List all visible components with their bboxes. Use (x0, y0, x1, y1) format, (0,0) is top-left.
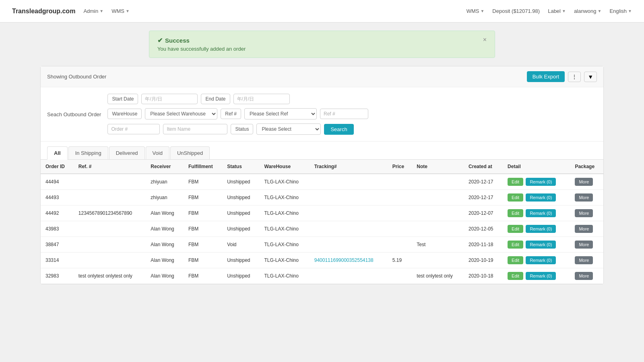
cell-detail: Edit Remark (0) (503, 174, 570, 190)
cell-warehouse: TLG-LAX-Chino (260, 237, 310, 253)
tab-in-shipping[interactable]: In Shipping (68, 146, 108, 159)
nav-label[interactable]: Label ▼ (548, 8, 566, 14)
cell-warehouse: TLG-LAX-Chino (260, 268, 310, 284)
nav-wms[interactable]: WMS ▼ (111, 8, 130, 14)
more-button[interactable]: More (575, 225, 593, 233)
col-detail: Detail (503, 160, 570, 174)
cell-detail: Edit Remark (0) (503, 190, 570, 206)
edit-button[interactable]: Edit (508, 256, 523, 264)
cell-fulfillment: FBM (184, 237, 222, 253)
bulk-export-button[interactable]: Bulk Export (527, 71, 565, 82)
col-tracking: Tracking# (310, 160, 388, 174)
remark-button[interactable]: Remark (0) (526, 256, 556, 264)
remark-button[interactable]: Remark (0) (526, 209, 556, 217)
tracking-link[interactable]: 9400111699000352554138 (314, 257, 374, 263)
cell-ref (74, 174, 146, 190)
navbar: Transleadgroup.com Admin ▼ WMS ▼ WMS ▼ D… (0, 0, 644, 23)
edit-button[interactable]: Edit (508, 193, 523, 202)
cell-created-at: 2020-10-19 (464, 253, 503, 268)
end-date-label: End Date (201, 94, 230, 104)
tab-all[interactable]: All (47, 146, 68, 160)
remark-button[interactable]: Remark (0) (526, 178, 556, 186)
item-name-input[interactable] (163, 124, 227, 134)
col-order-id: Order ID (41, 160, 74, 174)
col-ref: Ref. # (74, 160, 146, 174)
order-input[interactable] (107, 124, 160, 134)
edit-button[interactable]: Edit (508, 272, 523, 280)
remark-button[interactable]: Remark (0) (526, 225, 556, 233)
cell-warehouse: TLG-LAX-Chino (260, 221, 310, 237)
cell-price (388, 190, 412, 206)
more-button[interactable]: More (575, 193, 593, 202)
cell-detail: Edit Remark (0) (503, 253, 570, 268)
nav-user[interactable]: alanwong ▼ (574, 8, 602, 14)
cell-tracking (310, 174, 388, 190)
ref-select[interactable]: Please Select Ref (244, 108, 317, 119)
cell-created-at: 2020-11-18 (464, 237, 503, 253)
col-warehouse: WareHouse (260, 160, 310, 174)
col-note: Note (412, 160, 464, 174)
alert-content: ✔ Success You have successfully added an… (157, 37, 246, 52)
cell-detail: Edit Remark (0) (503, 221, 570, 237)
tab-delivered[interactable]: Delivered (109, 146, 145, 159)
tab-unshipped[interactable]: UnShipped (170, 146, 210, 159)
brand: Transleadgroup.com (12, 8, 75, 15)
cell-order-id: 32983 (41, 268, 74, 284)
tabs-bar: All In Shipping Delivered Void UnShipped (41, 142, 603, 160)
alert-title: ✔ Success (157, 37, 246, 44)
more-button[interactable]: More (575, 178, 593, 186)
cell-ref (74, 190, 146, 206)
search-section: Seach Outbound Order Start Date End Date… (41, 87, 603, 142)
alert-close-button[interactable]: × (483, 37, 487, 43)
nav-deposit[interactable]: Deposit ($12071.98) (492, 8, 540, 14)
edit-button[interactable]: Edit (508, 225, 523, 233)
edit-button[interactable]: Edit (508, 178, 523, 186)
cell-detail: Edit Remark (0) (503, 237, 570, 253)
cell-created-at: 2020-12-05 (464, 221, 503, 237)
expand-button[interactable]: ▼ (584, 72, 597, 82)
cell-created-at: 2020-12-07 (464, 206, 503, 221)
cell-package: More (570, 221, 603, 237)
wms-right-caret: ▼ (480, 9, 484, 13)
search-row-warehouse-ref: WareHouse Please Select Warehouse Ref # … (107, 108, 597, 119)
cell-ref (74, 253, 146, 268)
warehouse-select[interactable]: Please Select Warehouse (145, 108, 217, 119)
start-date-input[interactable] (141, 94, 198, 104)
cell-package: More (570, 174, 603, 190)
remark-button[interactable]: Remark (0) (526, 241, 556, 249)
cell-fulfillment: FBM (184, 221, 222, 237)
nav-wms-right[interactable]: WMS ▼ (466, 8, 485, 14)
edit-button[interactable]: Edit (508, 209, 523, 217)
more-button[interactable]: More (575, 272, 593, 280)
cell-status: Void (222, 237, 259, 253)
more-button[interactable]: More (575, 256, 593, 264)
ref-input[interactable] (320, 109, 368, 119)
table-body: 44494 zhiyuan FBM Unshipped TLG-LAX-Chin… (41, 174, 603, 284)
table-head: Order ID Ref. # Receiver Fulfillment Sta… (41, 160, 603, 174)
more-button[interactable]: More (575, 241, 593, 249)
cell-note (412, 221, 464, 237)
nav-lang[interactable]: English ▼ (609, 8, 632, 14)
cell-warehouse: TLG-LAX-Chino (260, 174, 310, 190)
ref-label: Ref # (221, 109, 241, 119)
cell-status: Unshipped (222, 174, 259, 190)
options-button[interactable]: ⋮ (568, 72, 581, 82)
more-button[interactable]: More (575, 209, 593, 217)
table-row: 33314 Alan Wong FBM Unshipped TLG-LAX-Ch… (41, 253, 603, 268)
remark-button[interactable]: Remark (0) (526, 193, 556, 202)
search-button[interactable]: Search (324, 124, 353, 135)
cell-package: More (570, 190, 603, 206)
table-row: 32983 test onlytest onlytest only Alan W… (41, 268, 603, 284)
search-section-label: Seach Outbound Order (47, 111, 101, 117)
cell-order-id: 43983 (41, 221, 74, 237)
cell-status: Unshipped (222, 253, 259, 268)
cell-created-at: 2020-12-17 (464, 174, 503, 190)
end-date-input[interactable] (233, 94, 290, 104)
search-row-order-status: Status Please Select Search (107, 123, 597, 135)
nav-admin[interactable]: Admin ▼ (83, 8, 103, 14)
remark-button[interactable]: Remark (0) (526, 272, 556, 280)
edit-button[interactable]: Edit (508, 241, 523, 249)
status-select[interactable]: Please Select (256, 123, 321, 135)
tab-void[interactable]: Void (146, 146, 169, 159)
cell-tracking (310, 190, 388, 206)
